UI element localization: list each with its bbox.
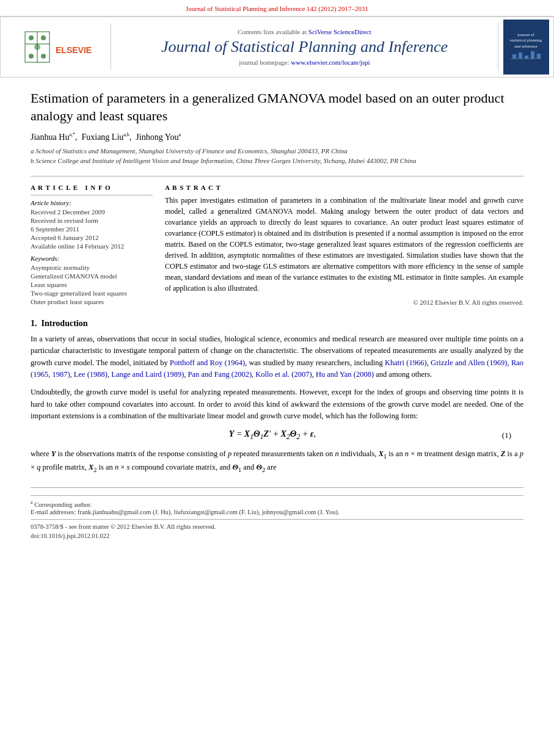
article-info-heading: A R T I C L E I N F O: [31, 184, 153, 191]
article-info-abstract-section: A R T I C L E I N F O Article history: R…: [31, 176, 523, 307]
author-3: Jinhong You: [136, 133, 178, 142]
history-item-4: Available online 14 February 2012: [31, 242, 153, 250]
keywords-label: Keywords:: [31, 255, 153, 262]
journal-reference: Journal of Statistical Planning and Infe…: [186, 5, 368, 12]
affiliations: a School of Statistics and Management, S…: [31, 146, 523, 166]
homepage-line: journal homepage: www.elsevier.com/locat…: [116, 59, 493, 66]
main-content: Estimation of parameters in a generalize…: [0, 78, 554, 551]
homepage-link[interactable]: www.elsevier.com/locate/jspi: [291, 59, 370, 66]
top-bar: Journal of Statistical Planning and Infe…: [0, 0, 554, 16]
section-1-title: 1. Introduction: [31, 319, 523, 329]
affiliation-a: a School of Statistics and Management, S…: [31, 146, 523, 156]
author-2-super: a,b: [123, 132, 129, 137]
journal-thumbnail: journal ofstatistical planningand infere…: [503, 20, 549, 75]
journal-header: ELSEVIER Contents lists available at Sci…: [0, 16, 554, 78]
article-info-column: A R T I C L E I N F O Article history: R…: [31, 184, 153, 307]
thumb-chart-icon: [508, 49, 544, 62]
ref-pan-fang[interactable]: Pan and Fang (2002): [188, 370, 252, 379]
author-1-super: a,*: [69, 132, 75, 137]
author-1: Jianhua Hu: [31, 133, 69, 142]
ref-lange-laird[interactable]: Lange and Laird (1989): [111, 370, 184, 379]
footer-divider: [31, 495, 523, 496]
abstract-heading: A B S T R A C T: [165, 184, 523, 191]
ref-hu-yan[interactable]: Hu and Yan (2008): [316, 370, 374, 379]
keyword-3: Two-stage generalized least squares: [31, 289, 153, 297]
equation-1-block: Y = X1Θ1Z′ + X2Θ2 + ε, (1): [31, 429, 523, 441]
footer-issn: 0378-3758/$ - see front matter © 2012 El…: [31, 523, 523, 530]
sciverse-link[interactable]: SciVerse ScienceDirect: [308, 28, 371, 35]
ref-lee[interactable]: Lee (1988): [74, 370, 108, 379]
intro-paragraph-2: Undoubtedly, the growth curve model is u…: [31, 387, 523, 422]
copyright-line: © 2012 Elsevier B.V. All rights reserved…: [165, 299, 523, 306]
affiliation-b: b Science College and Institute of Intel…: [31, 156, 523, 166]
svg-rect-13: [531, 51, 534, 59]
keyword-4: Outer product least squares: [31, 298, 153, 305]
equation-1-number: (1): [502, 431, 511, 440]
intro-paragraph-1: In a variety of areas, observations that…: [31, 333, 523, 381]
footer-super: a: [31, 500, 33, 505]
journal-thumb-text: journal ofstatistical planningand infere…: [510, 32, 542, 49]
abstract-column: A B S T R A C T This paper investigates …: [165, 184, 523, 307]
ref-kollo[interactable]: Kollo et al. (2007): [255, 370, 312, 379]
footer-divider-2: [31, 519, 523, 520]
equation-formula: Y = X1Θ1Z′ + X2Θ2 + ε,: [229, 429, 316, 441]
svg-text:ELSEVIER: ELSEVIER: [56, 45, 92, 55]
ref-khatri[interactable]: Khatri (1966): [385, 358, 427, 367]
abstract-text: This paper investigates estimation of pa…: [165, 195, 523, 294]
header-logo-area: ELSEVIER: [1, 21, 111, 73]
article-info-divider: [31, 195, 153, 195]
journal-title-header: Journal of Statistical Planning and Infe…: [116, 38, 493, 56]
svg-point-4: [41, 35, 46, 40]
header-middle: Contents lists available at SciVerse Sci…: [111, 23, 498, 71]
footer-corresponding: a Corresponding author.: [31, 500, 523, 508]
contents-line: Contents lists available at SciVerse Sci…: [116, 28, 493, 35]
svg-rect-14: [537, 54, 541, 59]
history-label: Article history:: [31, 199, 153, 206]
author-2: Fuxiang Liu: [81, 133, 123, 142]
header-right: journal ofstatistical planningand infere…: [498, 17, 553, 77]
svg-rect-11: [519, 53, 522, 59]
author-3-super: a: [178, 132, 181, 137]
keyword-1: Generalized GMANOVA model: [31, 272, 153, 280]
history-item-3: Accepted 6 January 2012: [31, 234, 153, 241]
footer: a Corresponding author. E-mail addresses…: [31, 487, 523, 540]
svg-rect-10: [512, 54, 516, 59]
history-item-1: Received in revised form: [31, 217, 153, 224]
article-title: Estimation of parameters in a generalize…: [31, 90, 523, 125]
svg-point-5: [29, 54, 34, 59]
keyword-0: Asymptotic normality: [31, 264, 153, 271]
footer-emails: E-mail addresses: frank.jianhuahu@gmail.…: [31, 509, 523, 515]
authors-line: Jianhua Hua,*, Fuxiang Liua,b, Jinhong Y…: [31, 132, 523, 142]
ref-potthoff-roy[interactable]: Potthoff and Roy (1964): [170, 358, 245, 367]
elsevier-logo-icon: ELSEVIER: [19, 26, 92, 68]
footer-doi: doi:10.1016/j.jspi.2012.01.022: [31, 532, 523, 539]
history-item-0: Received 2 December 2009: [31, 208, 153, 216]
svg-point-3: [29, 35, 34, 40]
ref-grizzle-allen[interactable]: Grizzle and Allen (1969): [431, 358, 507, 367]
equation-1-formula: Y = X1Θ1Z′ + X2Θ2 + ε,: [43, 429, 502, 441]
history-item-2: 6 September 2011: [31, 225, 153, 233]
svg-point-7: [34, 44, 40, 50]
svg-rect-12: [525, 56, 528, 59]
svg-point-6: [41, 54, 46, 59]
after-equation-text: where Y is the observations matrix of th…: [31, 448, 523, 474]
keyword-2: Least squares: [31, 281, 153, 288]
